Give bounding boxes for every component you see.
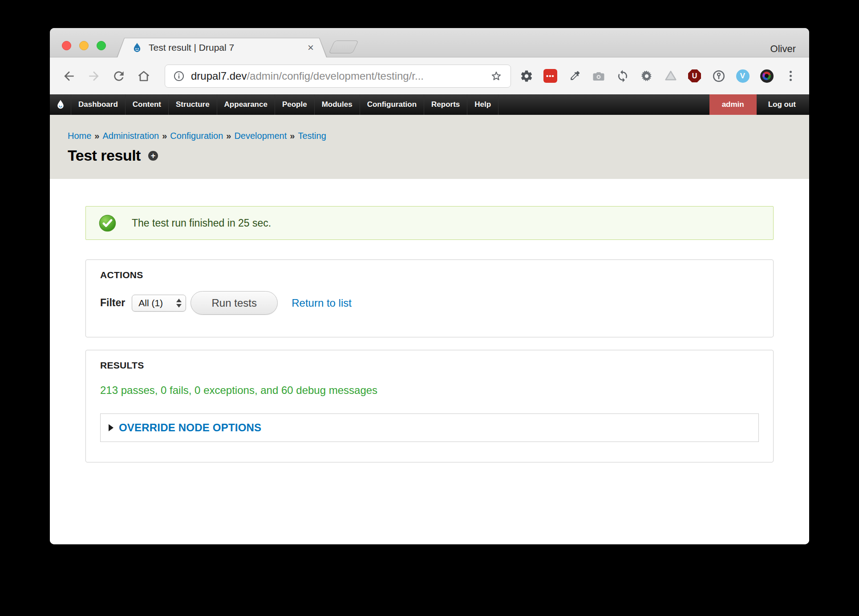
extension-row: ••• U V — [519, 69, 798, 83]
tab-strip: Test result | Drupal 7 × Oliver — [50, 28, 809, 57]
breadcrumb-separator: » — [290, 131, 295, 141]
v-circle-icon[interactable]: V — [736, 69, 750, 83]
toolbar-item-content[interactable]: Content — [126, 94, 169, 115]
toolbar-user-admin[interactable]: admin — [709, 94, 757, 115]
drupal-admin-toolbar: Dashboard Content Structure Appearance P… — [50, 94, 809, 115]
filter-select-value: All (1) — [138, 298, 176, 308]
lastpass-icon[interactable]: ••• — [543, 69, 557, 83]
breadcrumb-testing[interactable]: Testing — [298, 131, 326, 141]
tab-title: Test result | Drupal 7 — [149, 42, 308, 53]
results-fieldset: RESULTS 213 passes, 0 fails, 0 exception… — [85, 350, 774, 462]
settings-gear-icon[interactable] — [519, 69, 533, 83]
return-to-list-link[interactable]: Return to list — [292, 297, 352, 309]
minimize-window-icon[interactable] — [79, 41, 89, 50]
override-node-options-label: OVERRIDE NODE OPTIONS — [119, 421, 261, 434]
collapsed-triangle-icon — [109, 424, 113, 431]
info-circle-icon[interactable] — [173, 70, 185, 82]
add-shortcut-icon[interactable]: + — [148, 151, 158, 161]
filter-select[interactable]: All (1) — [132, 295, 186, 312]
breadcrumb-administration[interactable]: Administration — [102, 131, 159, 141]
tab-close-icon[interactable]: × — [308, 42, 314, 53]
ublock-icon[interactable]: U — [688, 69, 701, 83]
drupal-favicon-icon — [132, 42, 142, 53]
sync-search-icon[interactable] — [616, 69, 629, 83]
url-domain: drupal7.dev — [191, 70, 247, 82]
home-icon[interactable] — [136, 69, 151, 84]
filter-label: Filter — [100, 297, 125, 309]
bookmark-star-icon[interactable] — [490, 70, 502, 82]
toolbar-item-configuration[interactable]: Configuration — [360, 94, 424, 115]
reload-icon[interactable] — [111, 69, 126, 84]
override-node-options-toggle[interactable]: OVERRIDE NODE OPTIONS — [100, 413, 759, 442]
toolbar-item-help[interactable]: Help — [467, 94, 498, 115]
toolbar-logout[interactable]: Log out — [757, 94, 807, 115]
breadcrumb-separator: » — [162, 131, 167, 141]
run-tests-button[interactable]: Run tests — [190, 291, 278, 315]
toolbar-item-structure[interactable]: Structure — [169, 94, 217, 115]
browser-window: Test result | Drupal 7 × Oliver drupal7 — [50, 28, 809, 544]
breadcrumb: Home»Administration»Configuration»Develo… — [68, 131, 809, 141]
page-title: Test result — [68, 147, 141, 164]
results-legend: RESULTS — [100, 360, 759, 371]
back-icon[interactable] — [61, 69, 77, 84]
status-ok-icon — [98, 214, 117, 232]
toolbar-item-people[interactable]: People — [275, 94, 315, 115]
toolbar-item-modules[interactable]: Modules — [315, 94, 360, 115]
close-window-icon[interactable] — [62, 41, 71, 50]
drive-triangle-icon[interactable] — [664, 69, 677, 83]
browser-menu-icon[interactable] — [784, 69, 798, 83]
zoom-window-icon[interactable] — [97, 41, 106, 50]
gear-burst-icon[interactable] — [640, 69, 653, 83]
toolbar-item-dashboard[interactable]: Dashboard — [71, 94, 126, 115]
toolbar-item-reports[interactable]: Reports — [424, 94, 467, 115]
page-header: Home»Administration»Configuration»Develo… — [50, 115, 809, 179]
breadcrumb-configuration[interactable]: Configuration — [170, 131, 223, 141]
page-content: The test run finished in 25 sec. ACTIONS… — [50, 179, 809, 544]
results-summary: 213 passes, 0 fails, 0 exceptions, and 6… — [100, 384, 759, 397]
url-path: /admin/config/development/testing/r... — [247, 70, 424, 82]
camera-lens-icon[interactable] — [760, 69, 774, 83]
eyedropper-icon[interactable] — [567, 69, 581, 83]
breadcrumb-development[interactable]: Development — [234, 131, 287, 141]
browser-toolbar: drupal7.dev/admin/config/development/tes… — [50, 57, 809, 94]
key-circle-icon[interactable] — [712, 69, 725, 83]
drupal-home-icon[interactable] — [50, 94, 71, 115]
toolbar-item-appearance[interactable]: Appearance — [217, 94, 275, 115]
actions-legend: ACTIONS — [100, 270, 759, 280]
address-bar[interactable]: drupal7.dev/admin/config/development/tes… — [165, 65, 511, 88]
breadcrumb-separator: » — [94, 131, 99, 141]
breadcrumb-home[interactable]: Home — [68, 131, 91, 141]
actions-fieldset: ACTIONS Filter All (1) Run tests Return … — [85, 259, 774, 337]
camera-icon[interactable] — [592, 69, 605, 83]
status-message: The test run finished in 25 sec. — [85, 206, 774, 240]
breadcrumb-separator: » — [226, 131, 231, 141]
url-text: drupal7.dev/admin/config/development/tes… — [191, 70, 490, 82]
forward-icon[interactable] — [86, 69, 101, 84]
browser-profile-name[interactable]: Oliver — [770, 43, 796, 55]
select-arrows-icon — [176, 299, 182, 308]
status-text: The test run finished in 25 sec. — [132, 217, 271, 229]
active-tab[interactable]: Test result | Drupal 7 × — [117, 38, 327, 57]
new-tab-button[interactable] — [328, 41, 359, 53]
traffic-lights — [62, 41, 106, 50]
